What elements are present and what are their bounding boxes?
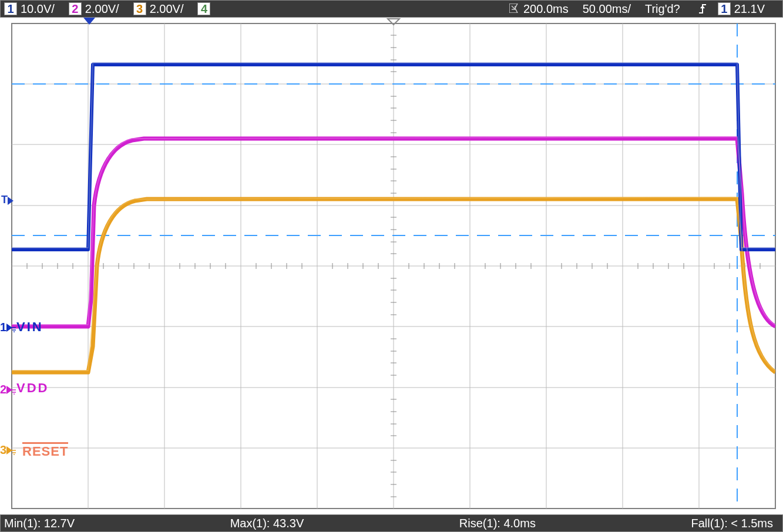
time-offset: 200.0ms [523, 2, 569, 16]
ch3-scale: 2.00V/ [150, 2, 184, 16]
trigger-source-block: 1 21.1V [718, 2, 765, 16]
ch4-badge: 4 [197, 2, 210, 15]
trace-label-reset: RESET [22, 444, 68, 459]
scope-header: 1 10.0V/ 2 2.00V/ 3 2.00V/ 4 200.0ms 50.… [0, 0, 783, 18]
rising-edge-icon [698, 4, 707, 14]
trigger-level-marker: T [1, 194, 14, 206]
ch2-scale-block: 2 2.00V/ [69, 2, 119, 16]
ch4-scale-block: 4 [197, 2, 214, 15]
timebase: 50.00ms/ [583, 2, 631, 16]
measurement-fall: Fall(1): < 1.5ms [691, 517, 773, 530]
scope-footer: Min(1): 12.7V Max(1): 43.3V Rise(1): 4.0… [0, 514, 783, 532]
trigger-position-indicator [83, 18, 95, 25]
trigger-state: Trig'd? [645, 2, 680, 16]
time-reference-indicator [387, 18, 401, 28]
ch2-scale: 2.00V/ [85, 2, 119, 16]
plot-area: T 1 2 3 VIN VDD RESET [0, 18, 783, 514]
ch3-scale-block: 3 2.00V/ [133, 2, 184, 16]
ch3-ground-marker: 3 [0, 443, 16, 457]
trace-label-vdd: VDD [16, 381, 49, 396]
ch2-ground-marker: 2 [0, 383, 16, 396]
trigger-level: 21.1V [734, 2, 765, 16]
ch1-scale-block: 1 10.0V/ [4, 2, 55, 16]
trace-label-vin: VIN [16, 319, 43, 335]
time-ref-icon [509, 2, 521, 16]
measurement-min: Min(1): 12.7V [4, 517, 75, 530]
measurement-max: Max(1): 43.3V [230, 517, 304, 530]
measurement-rise: Rise(1): 4.0ms [459, 517, 536, 530]
oscilloscope-plot [0, 18, 783, 514]
ch1-badge: 1 [4, 2, 17, 15]
ch3-badge: 3 [133, 2, 146, 15]
ch1-ground-marker: 1 [0, 321, 16, 334]
trigger-source-badge: 1 [718, 2, 731, 15]
ch1-scale: 10.0V/ [21, 2, 55, 16]
ch2-badge: 2 [69, 2, 82, 15]
